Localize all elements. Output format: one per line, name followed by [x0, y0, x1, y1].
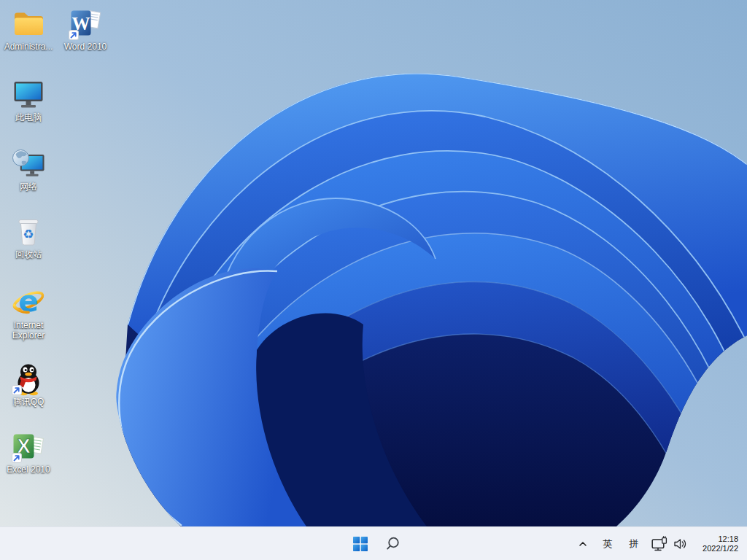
desktop-icon-excel-2010[interactable]: X Excel 2010	[1, 429, 56, 475]
qq-penguin-icon	[11, 361, 46, 396]
folder-icon	[11, 6, 46, 41]
icon-label: 腾讯QQ	[13, 397, 44, 407]
shortcut-arrow-icon	[69, 31, 79, 40]
taskbar: 英 拼 12:18 2022/1/22	[0, 526, 747, 560]
desktop-icon-internet-explorer[interactable]: e Internet Explorer	[1, 284, 56, 341]
clock-time: 12:18	[718, 534, 738, 544]
system-tray: 英 拼 12:18 2022/1/22	[573, 527, 747, 560]
desktop-icon-this-pc[interactable]: 此电脑	[1, 77, 56, 122]
network-globe-monitor-icon	[11, 146, 46, 181]
icon-label: Administra...	[4, 42, 53, 52]
icon-label: 回收站	[15, 249, 42, 260]
internet-explorer-icon: e	[11, 284, 46, 319]
shortcut-arrow-icon	[12, 386, 22, 395]
start-button[interactable]	[347, 531, 374, 557]
search-icon	[384, 536, 400, 552]
windows-11-desktop: { "desktop": { "icons": [ {"label": "Adm…	[0, 0, 747, 560]
network-tray-button[interactable]	[649, 531, 671, 557]
icon-label: 网络	[20, 182, 37, 192]
computer-monitor-icon	[11, 77, 46, 112]
search-button[interactable]	[379, 531, 406, 557]
desktop-icon-word-2010[interactable]: W Word 2010	[58, 6, 113, 52]
clock-date: 2022/1/22	[703, 544, 738, 553]
chevron-up-icon	[578, 539, 588, 549]
ime-language-indicator[interactable]: 英	[598, 531, 617, 557]
icon-label: Excel 2010	[7, 464, 50, 475]
hidden-icons-button[interactable]	[573, 531, 592, 557]
clock[interactable]: 12:18 2022/1/22	[696, 534, 738, 553]
desktop-icon-administrator-folder[interactable]: Administra...	[1, 6, 56, 52]
icon-label: Internet Explorer	[1, 320, 56, 341]
icon-label: 此电脑	[15, 112, 42, 122]
desktop-icon-recycle-bin[interactable]: ♻ 回收站	[1, 214, 56, 260]
windows-logo-icon	[353, 537, 368, 551]
desktop-icon-network[interactable]: 网络	[1, 146, 56, 192]
desktop-icon-tencent-qq[interactable]: 腾讯QQ	[1, 361, 56, 407]
ethernet-network-icon	[651, 535, 669, 552]
excel-icon: X	[11, 429, 46, 464]
speaker-icon	[673, 538, 688, 550]
recycle-bin-icon: ♻	[11, 214, 46, 249]
shortcut-arrow-icon	[12, 454, 22, 463]
ime-layout-indicator[interactable]: 拼	[624, 531, 643, 557]
svg-text:♻: ♻	[23, 227, 34, 241]
icon-label: Word 2010	[64, 42, 107, 52]
wallpaper-bloom	[0, 0, 747, 560]
taskbar-center-group	[347, 527, 406, 560]
word-icon: W	[68, 6, 103, 41]
volume-tray-button[interactable]	[671, 531, 690, 557]
